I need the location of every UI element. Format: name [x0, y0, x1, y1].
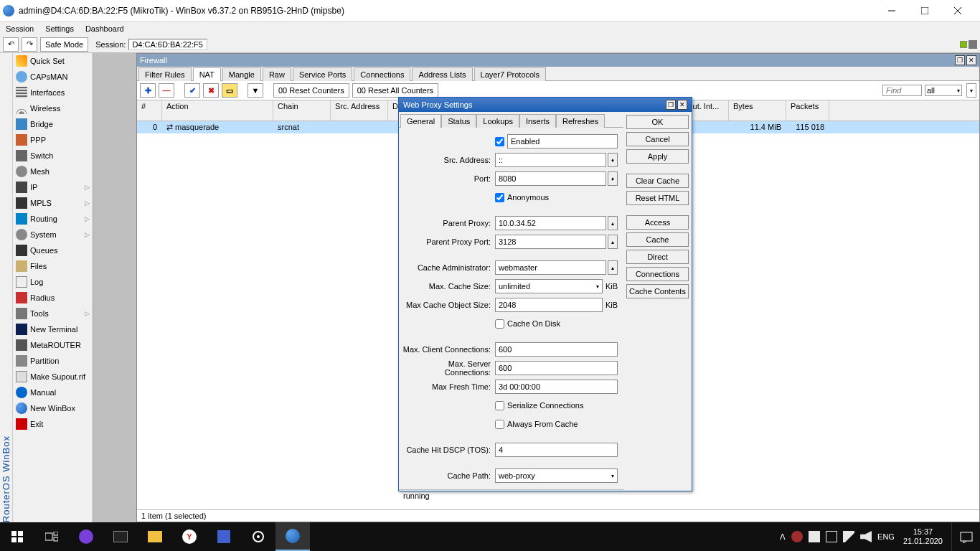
cache-path-dropdown[interactable]: web-proxy▾: [495, 468, 618, 483]
ok-button[interactable]: OK: [626, 115, 689, 129]
sidebar-item-tools[interactable]: Tools▷: [13, 306, 93, 321]
sidebar-item-mpls[interactable]: MPLS▷: [13, 195, 93, 211]
sidebar-item-interfaces[interactable]: Interfaces: [13, 85, 93, 100]
sidebar-item-switch[interactable]: Switch: [13, 148, 93, 164]
column-picker-button[interactable]: ▾: [966, 83, 976, 98]
sidebar-item-ip[interactable]: IP▷: [13, 179, 93, 195]
enabled-checkbox[interactable]: [495, 137, 504, 146]
always-from-cache-checkbox[interactable]: [495, 420, 504, 429]
dialog-close-button[interactable]: ✕: [677, 100, 687, 110]
cancel-button[interactable]: Cancel: [626, 132, 689, 146]
disable-button[interactable]: ✖: [203, 83, 219, 98]
menu-settings[interactable]: Settings: [45, 24, 74, 33]
undo-button[interactable]: ↶: [3, 37, 19, 52]
sidebar-item-quick-set[interactable]: Quick Set: [13, 53, 93, 69]
serialize-conn-checkbox[interactable]: [495, 401, 504, 410]
column-header[interactable]: Src. Address: [331, 100, 388, 121]
remove-button[interactable]: —: [159, 83, 174, 98]
taskbar-settings[interactable]: [241, 522, 275, 551]
tray-icon[interactable]: [791, 531, 803, 542]
sidebar-item-metarouter[interactable]: MetaROUTER: [13, 337, 93, 353]
sidebar-item-radius[interactable]: Radius: [13, 290, 93, 306]
connections-button[interactable]: Connections: [626, 267, 689, 281]
safe-mode-button[interactable]: Safe Mode: [40, 37, 88, 52]
column-header[interactable]: Bytes: [729, 100, 786, 121]
sidebar-item-wireless[interactable]: Wireless: [13, 100, 93, 116]
sidebar-item-new-winbox[interactable]: New WinBox: [13, 400, 93, 416]
sidebar-item-exit[interactable]: Exit: [13, 416, 93, 432]
dialog-tab-inserts[interactable]: Inserts: [519, 114, 556, 128]
port-spinner[interactable]: ♦: [608, 171, 618, 186]
dialog-titlebar[interactable]: Web Proxy Settings ❐ ✕: [399, 98, 692, 112]
task-view-button[interactable]: [34, 522, 69, 551]
tab-nat[interactable]: NAT: [193, 67, 221, 81]
taskbar-explorer[interactable]: [138, 522, 172, 551]
sidebar-item-log[interactable]: Log: [13, 274, 93, 290]
tray-battery-icon[interactable]: [809, 531, 820, 542]
direct-button[interactable]: Direct: [626, 250, 689, 264]
tray-sound-icon[interactable]: [860, 531, 872, 542]
menu-session[interactable]: Session: [6, 24, 34, 33]
taskbar-app-4[interactable]: [207, 522, 241, 551]
dialog-restore-button[interactable]: ❐: [666, 100, 676, 110]
sidebar-item-make-supout-rif[interactable]: Make Supout.rif: [13, 369, 93, 385]
reset-counters-button[interactable]: 00 Reset Counters: [273, 83, 349, 98]
column-header[interactable]: Chain: [273, 100, 331, 121]
firewall-titlebar[interactable]: Firewall ❐ ✕: [137, 54, 979, 67]
taskbar-app-1[interactable]: [69, 522, 103, 551]
sidebar-item-bridge[interactable]: Bridge: [13, 116, 93, 132]
tray-clock[interactable]: 15:37 21.01.2020: [900, 527, 946, 546]
maximize-button[interactable]: [908, 0, 941, 22]
firewall-restore-button[interactable]: ❐: [955, 55, 965, 65]
notification-button[interactable]: [951, 522, 980, 551]
column-header[interactable]: Action: [162, 100, 273, 121]
sidebar-item-system[interactable]: System▷: [13, 227, 93, 242]
max-client-conn-input[interactable]: [495, 342, 618, 357]
tab-raw[interactable]: Raw: [263, 67, 291, 81]
cache-button[interactable]: Cache: [626, 232, 689, 247]
tray-language[interactable]: ENG: [877, 532, 895, 541]
src-address-spinner[interactable]: ♦: [608, 153, 618, 167]
reset-all-counters-button[interactable]: 00 Reset All Counters: [352, 83, 438, 98]
cache-admin-collapse[interactable]: ▴: [608, 260, 618, 275]
cache-admin-input[interactable]: [495, 260, 606, 275]
dialog-tab-status[interactable]: Status: [441, 114, 476, 128]
sidebar-item-queues[interactable]: Queues: [13, 242, 93, 258]
firewall-close-button[interactable]: ✕: [966, 55, 976, 65]
dialog-tab-general[interactable]: General: [400, 114, 441, 128]
cache-hit-dscp-input[interactable]: [495, 443, 618, 457]
comment-button[interactable]: ▭: [222, 83, 237, 98]
max-fresh-time-input[interactable]: [495, 380, 618, 394]
parent-proxy-input[interactable]: [495, 216, 606, 230]
reset-html-button[interactable]: Reset HTML: [626, 191, 689, 205]
tray-network-icon[interactable]: [843, 531, 854, 542]
apply-button[interactable]: Apply: [626, 149, 689, 164]
port-input[interactable]: [495, 171, 606, 186]
close-button[interactable]: [941, 0, 974, 22]
find-input[interactable]: [882, 85, 922, 96]
add-button[interactable]: ✚: [140, 83, 156, 98]
menu-dashboard[interactable]: Dashboard: [85, 24, 124, 33]
minimize-button[interactable]: [875, 0, 908, 22]
enable-button[interactable]: ✔: [184, 83, 200, 98]
tray-keyboard-icon[interactable]: [826, 531, 837, 542]
sidebar-item-capsman[interactable]: CAPsMAN: [13, 69, 93, 85]
sidebar-item-mesh[interactable]: Mesh: [13, 164, 93, 179]
start-button[interactable]: [0, 522, 34, 551]
dialog-tab-refreshes[interactable]: Refreshes: [556, 114, 605, 128]
taskbar-app-2[interactable]: [103, 522, 138, 551]
max-server-conn-input[interactable]: [495, 361, 618, 375]
sidebar-item-ppp[interactable]: PPP: [13, 132, 93, 148]
parent-proxy-port-input[interactable]: [495, 235, 606, 249]
taskbar-app-3[interactable]: Y: [172, 522, 207, 551]
max-cache-size-dropdown[interactable]: unlimited▾: [495, 279, 603, 293]
tab-layer7-protocols[interactable]: Layer7 Protocols: [474, 67, 547, 81]
tray-chevron-up-icon[interactable]: ᐱ: [780, 532, 786, 542]
filter-dropdown[interactable]: all ▾: [925, 85, 962, 96]
tab-filter-rules[interactable]: Filter Rules: [138, 67, 192, 81]
tab-service-ports[interactable]: Service Ports: [293, 67, 352, 81]
src-address-input[interactable]: [495, 153, 606, 167]
cache-on-disk-checkbox[interactable]: [495, 319, 504, 329]
redo-button[interactable]: ↷: [22, 37, 37, 52]
tab-connections[interactable]: Connections: [354, 67, 410, 81]
